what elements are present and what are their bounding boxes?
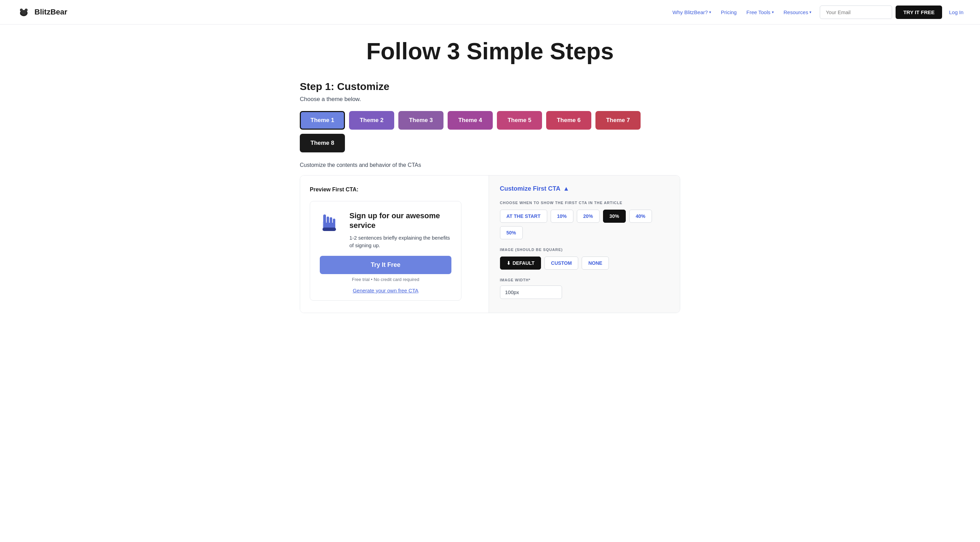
page-title: Follow 3 Simple Steps bbox=[300, 38, 680, 64]
theme-5-button[interactable]: Theme 5 bbox=[497, 111, 542, 130]
image-custom-button[interactable]: CUSTOM bbox=[544, 257, 578, 269]
theme-3-button[interactable]: Theme 3 bbox=[398, 111, 444, 130]
cta-card-body: Sign up for our awesome service 1-2 sent… bbox=[349, 211, 452, 250]
chevron-down-icon: ▾ bbox=[709, 10, 711, 14]
svg-rect-8 bbox=[323, 214, 326, 224]
logo-text: BlitzBear bbox=[35, 8, 67, 16]
svg-point-5 bbox=[21, 9, 22, 11]
cta-customize-panel: Customize First CTA ▲ CHOOSE WHEN TO SHO… bbox=[489, 175, 680, 313]
cta-preview-panel: Preview First CTA: bbox=[300, 175, 489, 313]
theme-buttons: Theme 1 Theme 2 Theme 3 Theme 4 Theme 5 … bbox=[300, 111, 680, 152]
hand-pointer-icon bbox=[320, 211, 343, 234]
svg-point-4 bbox=[21, 10, 27, 15]
theme-1-button[interactable]: Theme 1 bbox=[300, 111, 345, 130]
logo-icon bbox=[16, 5, 31, 19]
email-input[interactable] bbox=[820, 5, 892, 19]
nav-resources[interactable]: Resources ▾ bbox=[784, 9, 812, 15]
logo-link[interactable]: BlitzBear bbox=[16, 5, 67, 19]
image-none-button[interactable]: NONE bbox=[582, 257, 609, 269]
cta-card: Sign up for our awesome service 1-2 sent… bbox=[310, 201, 461, 301]
customize-header-title: Customize First CTA ▲ bbox=[500, 185, 570, 192]
nav-pricing[interactable]: Pricing bbox=[721, 9, 737, 15]
show-when-label: CHOOSE WHEN TO SHOW THE FIRST CTA IN THE… bbox=[500, 201, 669, 205]
cta-fine-print: Free trial • No credit card required bbox=[320, 277, 452, 282]
nav-why-blitzbear[interactable]: Why BlitzBear? ▾ bbox=[673, 9, 711, 15]
step1-title: Step 1: Customize bbox=[300, 81, 680, 92]
cta-generate-link[interactable]: Generate your own free CTA bbox=[320, 287, 452, 293]
image-width-input[interactable] bbox=[500, 285, 562, 299]
theme-7-button[interactable]: Theme 7 bbox=[595, 111, 641, 130]
cta-try-button[interactable]: Try It Free bbox=[320, 256, 452, 274]
main-content: Follow 3 Simple Steps Step 1: Customize … bbox=[283, 24, 697, 327]
customize-header: Customize First CTA ▲ bbox=[500, 185, 669, 192]
theme-6-button[interactable]: Theme 6 bbox=[546, 111, 591, 130]
image-options: ⬇ DEFAULT CUSTOM NONE bbox=[500, 257, 669, 269]
show-when-options: AT THE START 10% 20% 30% 40% 50% bbox=[500, 210, 669, 239]
chevron-down-icon: ▾ bbox=[810, 10, 811, 14]
image-default-icon: ⬇ bbox=[506, 260, 511, 266]
show-40-button[interactable]: 40% bbox=[629, 210, 652, 223]
cta-card-title: Sign up for our awesome service bbox=[349, 211, 452, 231]
theme-2-button[interactable]: Theme 2 bbox=[349, 111, 394, 130]
chevron-down-icon: ▾ bbox=[772, 10, 774, 14]
theme-8-button[interactable]: Theme 8 bbox=[300, 134, 345, 152]
cta-icon bbox=[320, 211, 343, 236]
navbar: BlitzBear Why BlitzBear? ▾ Pricing Free … bbox=[0, 0, 980, 24]
show-10-button[interactable]: 10% bbox=[550, 210, 573, 223]
show-at-start-button[interactable]: AT THE START bbox=[500, 210, 547, 223]
login-link[interactable]: Log In bbox=[949, 9, 964, 15]
try-free-button[interactable]: TRY IT FREE bbox=[896, 5, 942, 19]
nav-links: Why BlitzBear? ▾ Pricing Free Tools ▾ Re… bbox=[673, 9, 812, 15]
image-default-button[interactable]: ⬇ DEFAULT bbox=[500, 257, 541, 269]
svg-point-6 bbox=[25, 9, 27, 11]
show-30-button[interactable]: 30% bbox=[603, 210, 626, 223]
preview-label: Preview First CTA: bbox=[310, 187, 479, 193]
svg-rect-13 bbox=[323, 228, 336, 231]
cta-panel: Preview First CTA: bbox=[300, 175, 680, 313]
cta-card-description: 1-2 sentences briefly explaining the ben… bbox=[349, 234, 452, 250]
customize-label: Customize the contents and behavior of t… bbox=[300, 162, 680, 168]
nav-free-tools[interactable]: Free Tools ▾ bbox=[746, 9, 774, 15]
chevron-up-icon: ▲ bbox=[563, 185, 569, 192]
step1-subtitle: Choose a theme below. bbox=[300, 96, 680, 103]
image-width-label: IMAGE WIDTH* bbox=[500, 278, 669, 282]
show-50-button[interactable]: 50% bbox=[500, 226, 523, 239]
cta-card-inner: Sign up for our awesome service 1-2 sent… bbox=[320, 211, 452, 250]
theme-4-button[interactable]: Theme 4 bbox=[448, 111, 493, 130]
image-label: IMAGE (SHOULD BE SQUARE) bbox=[500, 247, 669, 252]
show-20-button[interactable]: 20% bbox=[577, 210, 600, 223]
